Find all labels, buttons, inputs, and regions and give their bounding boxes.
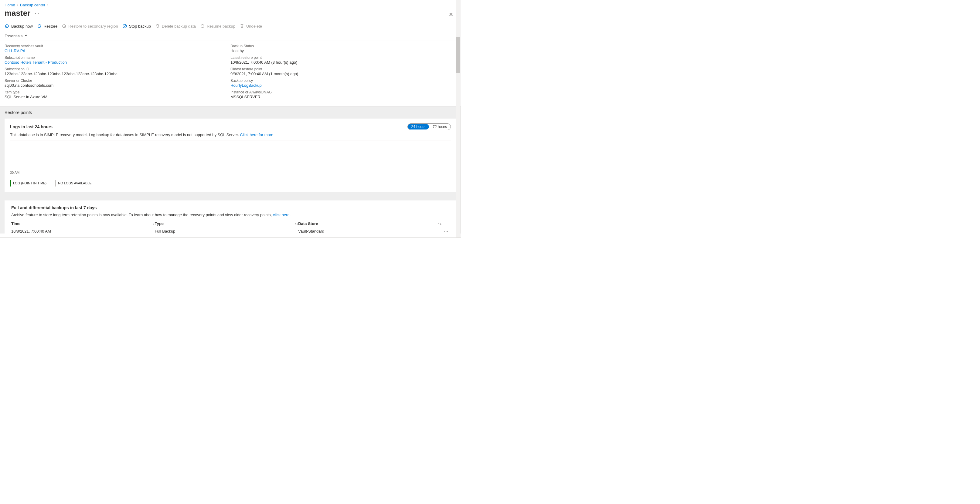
oldest-restore-value: 9/8/2021, 7:00:40 AM (1 month(s) ago): [231, 71, 456, 76]
legend-label: LOG (POINT IN TIME): [13, 181, 46, 185]
toolbar-label: Backup now: [11, 24, 33, 29]
col-label: Data Store: [298, 221, 318, 226]
delete-backup-button: Delete backup data: [155, 24, 196, 29]
legend-none: NO LOGS AVAILABLE: [55, 180, 91, 187]
essentials-label: Essentials: [5, 34, 22, 38]
close-icon[interactable]: ✕: [449, 11, 453, 18]
col-label: Type: [155, 221, 164, 226]
toolbar-label: Restore: [44, 24, 58, 29]
table-row[interactable]: 10/8/2021, 7:00:40 AM Full Backup Vault-…: [11, 229, 451, 233]
table-header: Time↓ Type↑↓ Data Store↑↓: [11, 221, 451, 226]
restore-secondary-button: Restore to secondary region: [62, 24, 118, 29]
restore-points-header: Restore points: [0, 106, 461, 119]
field-label: Server or Cluster: [5, 79, 231, 83]
breadcrumb: Home › Backup center ›: [0, 0, 461, 7]
latest-restore-value: 10/8/2021, 7:00:40 AM (3 hour(s) ago): [231, 60, 456, 65]
toolbar-label: Undelete: [246, 24, 262, 29]
essentials-panel: Recovery services vaultCH1-RV-Pri Subscr…: [0, 41, 461, 106]
field-label: Recovery services vault: [5, 44, 231, 48]
resume-backup-button: Resume backup: [200, 24, 235, 29]
instance-value: MSSQLSERVER: [231, 95, 456, 99]
restore-button[interactable]: Restore: [37, 24, 58, 29]
cell-type: Full Backup: [155, 229, 298, 233]
click-here-link[interactable]: Click here for more: [240, 133, 274, 137]
item-type-value: SQL Server in Azure VM: [5, 95, 231, 99]
row-more-icon[interactable]: ···: [442, 229, 451, 233]
backup-now-icon: [5, 24, 10, 29]
breadcrumb-home[interactable]: Home: [5, 3, 15, 7]
toolbar-label: Restore to secondary region: [68, 24, 118, 29]
col-time[interactable]: Time↓: [11, 221, 155, 226]
sort-icon: ↑↓: [438, 221, 442, 226]
undelete-button: Undelete: [240, 24, 262, 29]
legend-swatch-green: [10, 180, 11, 187]
page-title: master: [5, 8, 30, 18]
subscription-id-value: 123abc-123abc-123abc-123abc-123abc-123ab…: [5, 71, 231, 76]
stop-icon: [123, 24, 127, 29]
svg-line-1: [124, 25, 126, 27]
backups-panel-title: Full and differential backups in last 7 …: [11, 205, 451, 210]
field-label: Latest restore point: [231, 55, 456, 60]
chevron-right-icon: ›: [47, 3, 48, 7]
field-label: Subscription ID: [5, 67, 231, 71]
recovery-vault-link[interactable]: CH1-RV-Pri: [5, 49, 231, 53]
sort-icon: ↑↓: [294, 221, 298, 226]
restore-secondary-icon: [62, 24, 67, 29]
breadcrumb-backup-center[interactable]: Backup center: [20, 3, 45, 7]
col-label: Time: [11, 221, 20, 226]
legend-swatch-grey: [55, 180, 56, 187]
toolbar-label: Stop backup: [129, 24, 151, 29]
more-icon[interactable]: ···: [35, 11, 40, 16]
time-range-toggle: 24 hours 72 hours: [407, 124, 451, 130]
backup-now-button[interactable]: Backup now: [5, 24, 33, 29]
toggle-24h[interactable]: 24 hours: [408, 124, 429, 130]
restore-icon: [37, 24, 42, 29]
resume-icon: [200, 24, 205, 29]
command-toolbar: Backup now Restore Restore to secondary …: [0, 21, 461, 31]
timeline-axis-label: 30 AM: [10, 171, 451, 174]
legend-label: NO LOGS AVAILABLE: [58, 181, 91, 185]
logs-panel: Logs in last 24 hours 24 hours 72 hours …: [5, 119, 456, 192]
cell-store: Vault-Standard: [298, 229, 442, 233]
desc-text: Archive feature to store long term reten…: [11, 212, 273, 217]
backups-panel: Full and differential backups in last 7 …: [5, 200, 456, 233]
col-store[interactable]: Data Store↑↓: [298, 221, 442, 226]
field-label: Backup policy: [231, 79, 456, 83]
field-label: Instance or AlwaysOn AG: [231, 90, 456, 94]
toolbar-label: Resume backup: [207, 24, 235, 29]
scrollbar[interactable]: [456, 0, 460, 238]
desc-text: This database is in SIMPLE recovery mode…: [10, 133, 240, 137]
logs-timeline: 30 AM LOG (POINT IN TIME) NO LOGS AVAILA…: [10, 171, 451, 187]
field-label: Backup Status: [231, 44, 456, 48]
stop-backup-button[interactable]: Stop backup: [123, 24, 151, 29]
trash-icon: [155, 24, 160, 29]
chevron-right-icon: ›: [17, 3, 18, 7]
field-label: Item type: [5, 90, 231, 94]
field-label: Subscription name: [5, 55, 231, 60]
click-here-link[interactable]: click here: [273, 212, 290, 217]
scroll-thumb[interactable]: [456, 37, 460, 73]
logs-panel-title: Logs in last 24 hours: [10, 124, 52, 129]
chevron-up-icon: [24, 34, 28, 38]
col-type[interactable]: Type↑↓: [155, 221, 298, 226]
cell-time: 10/8/2021, 7:00:40 AM: [11, 229, 155, 233]
backup-status-value: Healthy: [231, 49, 456, 53]
backups-panel-desc: Archive feature to store long term reten…: [11, 212, 451, 217]
field-label: Oldest restore point: [231, 67, 456, 71]
server-value: sql00.na.contosohotels.com: [5, 83, 231, 88]
subscription-link[interactable]: Contoso Hotels Tenant - Production: [5, 60, 231, 65]
toggle-72h[interactable]: 72 hours: [429, 124, 450, 130]
logs-panel-desc: This database is in SIMPLE recovery mode…: [10, 133, 451, 137]
undelete-icon: [240, 24, 244, 29]
backup-policy-link[interactable]: HourlyLogBackup: [231, 83, 456, 88]
toolbar-label: Delete backup data: [162, 24, 196, 29]
legend-log: LOG (POINT IN TIME): [10, 180, 46, 187]
essentials-toggle[interactable]: Essentials: [0, 31, 461, 41]
